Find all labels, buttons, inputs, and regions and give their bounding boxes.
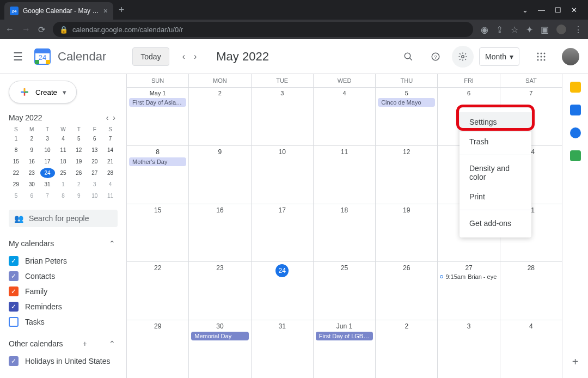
- mini-day[interactable]: 2: [24, 133, 39, 144]
- mini-day[interactable]: 1: [56, 179, 71, 190]
- add-calendar-button[interactable]: +: [81, 339, 89, 348]
- day-cell[interactable]: May 1First Day of Asian P: [126, 88, 188, 145]
- mini-day[interactable]: 4: [103, 179, 118, 190]
- checkbox[interactable]: ✓: [9, 286, 19, 296]
- checkbox[interactable]: ✓: [9, 302, 19, 312]
- mini-day[interactable]: 25: [56, 168, 71, 178]
- day-cell[interactable]: 28: [500, 262, 562, 320]
- day-cell[interactable]: 15: [126, 204, 188, 262]
- mini-day[interactable]: 28: [103, 168, 118, 178]
- mini-day[interactable]: 11: [56, 145, 71, 155]
- add-addon-button[interactable]: +: [572, 356, 579, 368]
- day-cell[interactable]: 24: [251, 262, 313, 320]
- day-cell[interactable]: 2: [188, 88, 250, 145]
- mini-next-button[interactable]: ›: [111, 113, 118, 122]
- collapse-icon[interactable]: ⌃: [107, 339, 118, 348]
- account-avatar[interactable]: [562, 48, 579, 65]
- calendar-item[interactable]: ✓Family: [9, 284, 118, 299]
- event-chip[interactable]: Memorial Day: [191, 332, 248, 340]
- day-cell[interactable]: 29: [126, 320, 188, 378]
- mini-day[interactable]: 5: [9, 191, 23, 201]
- checkbox[interactable]: ✓: [9, 256, 19, 266]
- menu-item-settings[interactable]: Settings: [460, 112, 531, 132]
- window-minimize-icon[interactable]: —: [538, 6, 545, 14]
- mini-day[interactable]: 13: [87, 145, 102, 155]
- prev-month-button[interactable]: ‹: [179, 48, 188, 65]
- mini-day[interactable]: 8: [9, 145, 23, 155]
- calendar-item[interactable]: Tasks: [9, 314, 118, 330]
- menu-item-addons[interactable]: Get add-ons: [460, 214, 531, 233]
- calendar-item[interactable]: ✓Contacts: [9, 269, 118, 284]
- calendar-item[interactable]: ✓Reminders: [9, 299, 118, 314]
- collapse-icon[interactable]: ⌃: [107, 239, 118, 248]
- tab-close-icon[interactable]: ×: [103, 7, 108, 15]
- mini-day[interactable]: 27: [87, 168, 102, 178]
- event-chip[interactable]: First Day of LGBTQ: [316, 332, 373, 340]
- my-calendars-header[interactable]: My calendars ⌃: [9, 239, 118, 248]
- next-month-button[interactable]: ›: [191, 48, 200, 65]
- mini-day[interactable]: 2: [71, 179, 86, 190]
- event-chip[interactable]: First Day of Asian P: [129, 98, 186, 107]
- mini-day[interactable]: 1: [9, 133, 23, 144]
- google-apps-button[interactable]: [530, 46, 552, 68]
- mini-day[interactable]: 14: [103, 145, 118, 155]
- panel-icon[interactable]: ▣: [541, 25, 549, 35]
- day-cell[interactable]: 30Memorial Day: [188, 320, 250, 378]
- contacts-icon[interactable]: [570, 127, 581, 138]
- mini-day[interactable]: 5: [71, 133, 86, 144]
- mini-day[interactable]: 8: [56, 191, 71, 201]
- tasks-icon[interactable]: [570, 105, 581, 115]
- mini-day[interactable]: 31: [40, 179, 55, 190]
- keep-icon[interactable]: [570, 82, 581, 93]
- day-cell[interactable]: 26: [375, 262, 437, 320]
- checkbox[interactable]: ✓: [9, 356, 19, 366]
- day-cell[interactable]: 25: [313, 262, 375, 320]
- day-cell[interactable]: 16: [188, 204, 250, 262]
- day-cell[interactable]: 279:15amBrian - eye: [437, 262, 499, 320]
- mini-calendar[interactable]: SMTWTFS123456789101112131415161718192021…: [9, 126, 118, 201]
- mini-day[interactable]: 12: [71, 145, 86, 155]
- mini-day[interactable]: 29: [9, 179, 23, 190]
- mini-day[interactable]: 9: [71, 191, 86, 201]
- event-item[interactable]: 9:15amBrian - eye: [440, 273, 497, 280]
- mini-day[interactable]: 18: [56, 156, 71, 167]
- day-cell[interactable]: 4: [313, 88, 375, 145]
- day-cell[interactable]: 3: [251, 88, 313, 145]
- reload-button[interactable]: ⟳: [38, 25, 45, 35]
- mini-day[interactable]: 20: [87, 156, 102, 167]
- mini-day[interactable]: 3: [40, 133, 55, 144]
- star-icon[interactable]: ☆: [511, 25, 518, 35]
- url-input[interactable]: 🔒 calendar.google.com/calendar/u/0/r: [53, 22, 473, 37]
- day-cell[interactable]: Jun 1First Day of LGBTQ: [313, 320, 375, 378]
- mini-day[interactable]: 15: [9, 156, 23, 167]
- day-cell[interactable]: 9: [188, 146, 250, 204]
- window-dropdown-icon[interactable]: ⌄: [522, 6, 528, 14]
- day-cell[interactable]: 11: [313, 146, 375, 204]
- new-tab-button[interactable]: +: [119, 4, 125, 16]
- create-button[interactable]: Create ▾: [9, 81, 77, 103]
- mini-day[interactable]: 17: [40, 156, 55, 167]
- day-cell[interactable]: 2: [375, 320, 437, 378]
- mini-prev-button[interactable]: ‹: [104, 113, 111, 122]
- day-cell[interactable]: 19: [375, 204, 437, 262]
- mini-day[interactable]: 3: [87, 179, 102, 190]
- help-button[interactable]: ?: [425, 46, 446, 68]
- app-logo[interactable]: 24 Calendar: [32, 46, 106, 68]
- mini-day[interactable]: 19: [71, 156, 86, 167]
- mini-day[interactable]: 21: [103, 156, 118, 167]
- mini-day[interactable]: 30: [24, 179, 39, 190]
- forward-button[interactable]: →: [22, 25, 30, 34]
- browser-tab[interactable]: 24 Google Calendar - May 2022 ×: [4, 2, 113, 20]
- mini-day[interactable]: 23: [24, 168, 39, 178]
- checkbox[interactable]: ✓: [9, 271, 19, 281]
- maps-icon[interactable]: [570, 150, 581, 161]
- mini-day[interactable]: 24: [40, 168, 55, 178]
- search-people-input[interactable]: 👥 Search for people: [9, 210, 118, 227]
- day-cell[interactable]: 3: [437, 320, 499, 378]
- eye-icon[interactable]: ◉: [481, 25, 488, 35]
- menu-icon[interactable]: ⋮: [574, 25, 583, 35]
- day-cell[interactable]: 8Mother's Day: [126, 146, 188, 204]
- settings-button[interactable]: [452, 46, 474, 68]
- day-cell[interactable]: 5Cinco de Mayo: [375, 88, 437, 145]
- calendar-item[interactable]: ✓Brian Peters: [9, 253, 118, 269]
